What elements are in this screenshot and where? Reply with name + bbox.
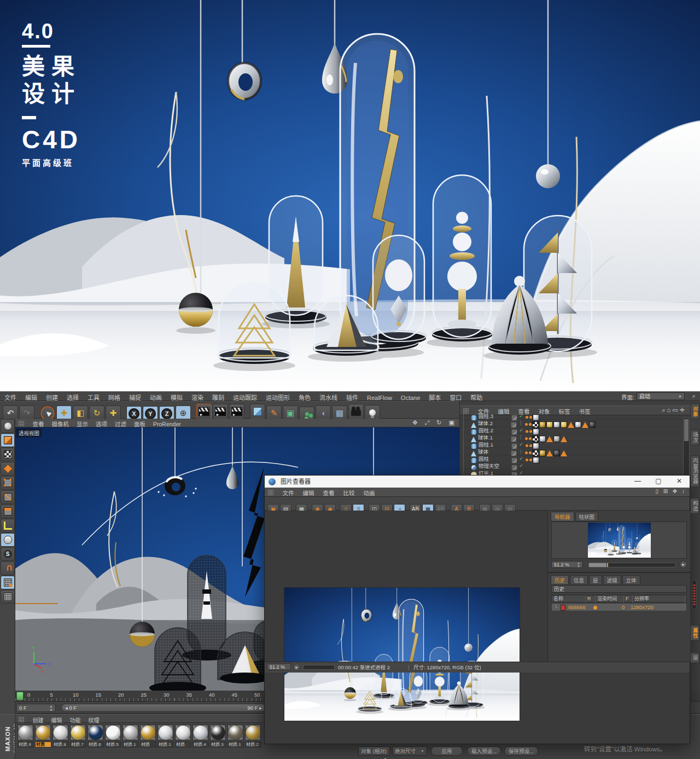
render-view-button[interactable] bbox=[196, 404, 212, 419]
material-swatch[interactable]: 材质.8 bbox=[52, 725, 69, 748]
material-menu-2[interactable]: 功能 bbox=[66, 716, 84, 724]
enable-state-icon[interactable]: ✓ bbox=[517, 441, 525, 448]
tab-对象[interactable]: 对象 bbox=[690, 403, 699, 419]
navigator-thumbnail[interactable] bbox=[588, 523, 651, 558]
object-row[interactable]: 球体.1⋮ bbox=[460, 434, 690, 441]
convert-editable-button[interactable] bbox=[1, 419, 15, 433]
minimize-button[interactable]: — bbox=[627, 476, 648, 488]
material-swatch[interactable]: 材质.5 bbox=[105, 725, 121, 748]
column-header-2[interactable]: 渲染时间 bbox=[596, 595, 624, 603]
enable-state-icon[interactable]: ⋮ bbox=[517, 448, 524, 455]
tab-历史[interactable]: 历史 bbox=[551, 575, 569, 585]
model-mode-button[interactable] bbox=[1, 433, 15, 447]
tree-toggle-icon[interactable]: └ bbox=[554, 604, 558, 611]
status-zoom-field[interactable]: 51.2 % bbox=[267, 663, 291, 670]
material-menu-1[interactable]: 编辑 bbox=[47, 716, 66, 724]
viewport-solo-button[interactable] bbox=[1, 533, 15, 547]
tab-构造[interactable]: 构造 bbox=[690, 498, 699, 514]
picture-viewer-menu-4[interactable]: 动画 bbox=[359, 488, 379, 497]
zoom-field[interactable]: 51.2 % ▲▼ bbox=[551, 561, 583, 568]
picture-viewer-menu-2[interactable]: 查看 bbox=[318, 488, 339, 497]
material-swatch[interactable]: 材质.7 bbox=[70, 725, 86, 748]
picture-viewer-menu-0[interactable]: 文件 bbox=[278, 488, 298, 497]
keyframe-selection-button[interactable]: S bbox=[1, 547, 15, 561]
add-cube-button[interactable] bbox=[250, 404, 265, 419]
tab-场次[interactable]: 场次 bbox=[690, 430, 699, 445]
render-picture-viewer-button[interactable] bbox=[213, 404, 228, 419]
stepper-icon[interactable]: ▲▼ bbox=[577, 561, 580, 568]
object-row[interactable]: 圆柱✓ bbox=[460, 455, 690, 462]
viewport-menu-1[interactable]: 摄像机 bbox=[48, 419, 73, 428]
range-end[interactable]: 90 F ▸ bbox=[248, 704, 262, 712]
drag-handle-icon[interactable] bbox=[19, 421, 24, 426]
search-icon[interactable]: ⌕ bbox=[692, 392, 696, 399]
load-preset-button[interactable]: 载入预设... bbox=[467, 746, 501, 756]
object-row[interactable]: 圆柱.3✓ bbox=[460, 413, 690, 420]
render-settings-button[interactable] bbox=[229, 404, 244, 419]
enable-state-icon[interactable]: ✓ bbox=[517, 455, 525, 462]
snap-button[interactable]: U bbox=[1, 561, 15, 575]
tab-导航器[interactable]: 导航器 bbox=[551, 512, 574, 522]
material-menu-0[interactable]: 创建 bbox=[28, 716, 47, 724]
zoom-play-button[interactable]: ▸ bbox=[680, 561, 687, 568]
add-camera-button[interactable] bbox=[348, 404, 364, 419]
picture-viewer-window[interactable]: 图片查看器 — ▢ ✕ 文件编辑查看比较动画 ▯ ⊞ ✥ ↕ ▣▤▦✥◉▯▯◫⊟… bbox=[264, 475, 690, 744]
picture-viewer-window-icons[interactable]: ▯ ⊞ ✥ ↕ bbox=[655, 488, 686, 494]
polygons-mode-button[interactable] bbox=[1, 505, 15, 518]
tab-内容浏览器[interactable]: 内容浏览器 bbox=[690, 455, 699, 487]
object-row[interactable]: 球体.2⋮ bbox=[460, 420, 690, 427]
add-light-button[interactable] bbox=[365, 405, 380, 420]
tab-立体[interactable]: 立体 bbox=[622, 575, 640, 585]
enable-state-icon[interactable]: ⋮ bbox=[517, 434, 524, 441]
interface-dropdown[interactable]: 启动 ▼ bbox=[637, 392, 685, 400]
material-swatch[interactable]: 材质.9 bbox=[18, 725, 34, 748]
tab-层[interactable]: 层 bbox=[589, 575, 602, 585]
points-mode-button[interactable] bbox=[1, 476, 15, 490]
maximize-button[interactable]: ▢ bbox=[648, 476, 669, 488]
material-swatch[interactable]: 材质.2 bbox=[245, 725, 261, 748]
size-mode-dropdown[interactable]: 绝对尺寸▼ bbox=[392, 746, 427, 756]
picture-viewer-canvas[interactable] bbox=[265, 511, 547, 662]
object-row[interactable]: 物理天空✓ bbox=[460, 462, 690, 470]
material-swatch[interactable]: 材质.4 bbox=[192, 725, 209, 748]
play-icon[interactable]: ▸ bbox=[293, 664, 300, 671]
coord-mode-dropdown[interactable]: 对象 (相对)▼ bbox=[358, 746, 390, 756]
column-header-1[interactable]: R bbox=[586, 595, 596, 603]
column-header-3[interactable]: F bbox=[624, 595, 633, 603]
stepper-icon[interactable]: ▲▼ bbox=[49, 704, 53, 712]
material-swatch[interactable]: 材质.1 bbox=[122, 725, 139, 748]
material-swatch[interactable]: 材质.3 bbox=[210, 725, 226, 748]
viewport-menu-6[interactable]: ProRender bbox=[149, 420, 185, 428]
material-swatch[interactable]: 材质 bbox=[175, 725, 191, 748]
edges-mode-button[interactable] bbox=[1, 490, 15, 504]
workplane-mode-button[interactable] bbox=[1, 462, 15, 476]
object-row[interactable]: 圆柱.1✓ bbox=[460, 441, 690, 448]
tab-层[interactable]: 层 bbox=[690, 652, 699, 663]
material-menu-3[interactable]: 纹理 bbox=[84, 716, 103, 724]
object-row[interactable]: 球体⋮ bbox=[460, 448, 690, 455]
enable-state-icon[interactable]: ⋮ bbox=[517, 420, 524, 427]
zoom-slider[interactable] bbox=[588, 563, 676, 567]
viewport-menu-2[interactable]: 显示 bbox=[73, 419, 92, 428]
tab-信息[interactable]: 信息 bbox=[570, 575, 588, 585]
tab-柱状图[interactable]: 柱状图 bbox=[575, 512, 599, 522]
viewport-menu-5[interactable]: 面板 bbox=[130, 419, 149, 428]
viewport-menu-0[interactable]: 查看 bbox=[28, 419, 48, 428]
timeline-range-slider[interactable]: ◂ 0 F 90 F ▸ bbox=[61, 704, 266, 712]
viewport-nav-icons[interactable]: ✥ ⤢ ↻ ▣ bbox=[412, 419, 457, 426]
enable-state-icon[interactable]: ✓ bbox=[517, 462, 525, 470]
history-row[interactable]: └ 666666 0 1280x720 bbox=[551, 603, 687, 611]
material-swatch[interactable]: 材质 bbox=[35, 725, 51, 748]
drag-handle-icon[interactable] bbox=[19, 717, 24, 722]
enable-state-icon[interactable]: ✓ bbox=[517, 427, 525, 434]
picture-viewer-menu-1[interactable]: 编辑 bbox=[298, 488, 318, 497]
save-preset-button[interactable]: 保存预设... bbox=[504, 746, 538, 756]
drag-handle-icon[interactable] bbox=[268, 490, 273, 495]
grid-snap-button[interactable] bbox=[1, 590, 15, 604]
picture-viewer-titlebar[interactable]: 图片查看器 — ▢ ✕ bbox=[265, 476, 690, 488]
workplane-snap-button[interactable] bbox=[1, 576, 15, 589]
viewport-menu-4[interactable]: 过滤 bbox=[111, 419, 130, 428]
viewport-menu-3[interactable]: 选项 bbox=[92, 419, 111, 428]
column-header-4[interactable]: 分辨率 bbox=[633, 595, 685, 603]
material-swatch[interactable]: 材质 bbox=[140, 725, 156, 748]
